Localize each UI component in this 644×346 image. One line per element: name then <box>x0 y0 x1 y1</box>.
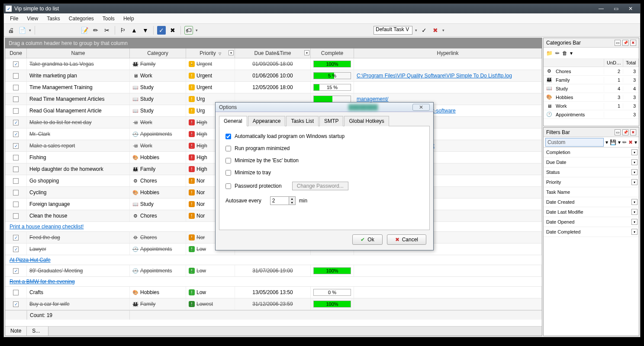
dropdown-icon[interactable]: ▾ <box>631 169 638 175</box>
panel-pin-icon[interactable]: 📌 <box>622 40 628 46</box>
category-row[interactable]: 🖥Work13 <box>544 102 639 110</box>
spin-up-icon[interactable]: ▲ <box>289 197 295 201</box>
filter-save-icon[interactable]: 💾 <box>610 139 616 145</box>
dialog-tab-global-hotkeys[interactable]: Global Hotkeys <box>344 116 389 126</box>
category-row[interactable]: ⚙Chores23 <box>544 67 639 76</box>
table-row[interactable]: ✓Buy a car for wife👪Family!Lowest31/12/2… <box>5 298 542 310</box>
done-checkbox[interactable]: ✓ <box>13 143 19 149</box>
panel-pin-icon[interactable]: 📌 <box>622 129 628 135</box>
opt-password-checkbox[interactable] <box>225 183 231 189</box>
opt-esc-checkbox[interactable] <box>225 158 231 163</box>
done-checkbox[interactable] <box>13 202 19 207</box>
cat-col-total[interactable]: Total <box>623 59 639 67</box>
filter-field[interactable]: Due Date▾ <box>544 157 639 167</box>
cat-col-undone[interactable]: UnD… <box>604 59 623 67</box>
check-icon[interactable]: ✓ <box>157 26 166 35</box>
table-row[interactable]: ✓Take grandma to Las Vegas👪Family!Urgent… <box>5 58 542 70</box>
task-link[interactable]: C:\Program Files\VIP Quality Software\VI… <box>354 70 542 81</box>
filter-clear-icon[interactable]: ✖ <box>431 26 440 35</box>
panel-close-icon[interactable]: ✖ <box>630 40 636 46</box>
done-checkbox[interactable]: ✓ <box>13 61 19 67</box>
category-row[interactable]: 🎨Hobbies33 <box>544 93 639 102</box>
dropdown-icon[interactable]: ▾ <box>631 229 638 235</box>
column-hyperlink[interactable]: Hyperlink <box>354 48 542 58</box>
done-checkbox[interactable]: ✓ <box>13 120 19 125</box>
dropdown-icon[interactable]: ▾ <box>631 159 638 165</box>
bottom-tab[interactable]: Note <box>5 327 27 336</box>
done-checkbox[interactable] <box>13 178 19 184</box>
dialog-tab-smtp[interactable]: SMTP <box>319 116 343 126</box>
done-checkbox[interactable] <box>13 96 19 102</box>
dropdown-icon[interactable]: ▾ <box>415 28 417 32</box>
print-icon[interactable]: 🖨 <box>6 26 15 35</box>
filter-dropdown-icon[interactable]: ▾ <box>229 50 234 55</box>
filter-field[interactable]: Date Opened▾ <box>544 217 639 227</box>
done-checkbox[interactable] <box>13 85 19 90</box>
spin-down-icon[interactable]: ▼ <box>289 201 295 205</box>
category-row[interactable]: 🕐Appointments3 <box>544 110 639 119</box>
opt-minimized-checkbox[interactable] <box>225 146 231 151</box>
dropdown-icon[interactable]: ▾ <box>631 219 638 225</box>
change-password-button[interactable]: Change Password... <box>292 182 348 190</box>
down-icon[interactable]: ▼ <box>141 26 150 35</box>
category-row[interactable]: 📖Study44 <box>544 84 639 93</box>
group-bar[interactable]: Drag a column header here to group by th… <box>5 38 542 48</box>
filter-field[interactable]: Date Completed▾ <box>544 227 639 237</box>
panel-restore-icon[interactable]: ▭ <box>615 40 621 46</box>
reject-icon[interactable]: ✖ <box>168 26 177 35</box>
column-done[interactable]: Done <box>5 48 27 58</box>
opt-autostart-checkbox[interactable] <box>225 134 231 139</box>
filter-field[interactable]: Priority▾ <box>544 177 639 187</box>
done-checkbox[interactable]: ✓ <box>13 301 19 307</box>
panel-close-icon[interactable]: ✖ <box>630 129 636 135</box>
column-category[interactable]: Category <box>130 48 186 58</box>
done-checkbox[interactable] <box>13 108 19 114</box>
column-complete[interactable]: Complete <box>311 48 354 58</box>
dialog-close-icon[interactable]: ✕ <box>412 104 430 111</box>
new-category-icon[interactable]: 📁 <box>546 50 553 56</box>
dropdown-icon[interactable]: ▾ <box>29 28 31 32</box>
column-priority[interactable]: Priority▽▾ <box>186 48 235 58</box>
export-icon[interactable]: 📄 <box>18 26 26 35</box>
menu-categories[interactable]: Categories <box>65 15 97 22</box>
done-checkbox[interactable]: ✓ <box>13 247 19 252</box>
menu-help[interactable]: Help <box>120 15 138 22</box>
menu-tools[interactable]: Tools <box>99 15 118 22</box>
filter-apply-icon[interactable]: ✓ <box>420 26 428 35</box>
table-row[interactable]: ✓89' Graduates' Meeting🕐Appointments!Low… <box>5 265 542 277</box>
dropdown-icon[interactable]: ▾ <box>634 139 637 145</box>
done-checkbox[interactable]: ✓ <box>13 235 19 240</box>
done-checkbox[interactable]: ✓ <box>13 268 19 274</box>
column-name[interactable]: Name <box>27 48 130 58</box>
maximize-button[interactable]: ▭ <box>611 5 621 12</box>
edit-task-icon[interactable]: ✏ <box>91 26 100 35</box>
dropdown-icon[interactable]: ▾ <box>196 28 198 32</box>
filter-field[interactable]: Date Created▾ <box>544 197 639 207</box>
menu-tasks[interactable]: Tasks <box>43 15 64 22</box>
autosave-input[interactable] <box>270 196 289 205</box>
done-checkbox[interactable] <box>13 167 19 172</box>
bottom-tab[interactable]: S... <box>27 327 48 336</box>
column-due[interactable]: Due Date&Time▾ <box>235 48 311 58</box>
dialog-tab-general[interactable]: General <box>219 116 247 126</box>
table-row[interactable]: Time Management Training📖Study!Urgent12/… <box>5 82 542 93</box>
close-button[interactable]: ✕ <box>625 5 636 12</box>
filter-delete-icon[interactable]: ✖ <box>628 139 633 145</box>
done-checkbox[interactable] <box>13 290 19 295</box>
opt-tray-checkbox[interactable] <box>225 170 231 176</box>
filter-select[interactable]: Custom <box>545 138 604 147</box>
edit-category-icon[interactable]: ✏ <box>555 50 560 56</box>
category-icon[interactable]: 🏷 <box>184 26 193 35</box>
dropdown-icon[interactable]: ▾ <box>631 149 638 155</box>
dropdown-icon[interactable]: ▾ <box>570 50 573 56</box>
filter-field[interactable]: Status▾ <box>544 167 639 177</box>
minimize-button[interactable]: — <box>596 5 606 12</box>
table-row[interactable]: Crafts🎨Hobbies!Low13/05/2006 13:500 % <box>5 287 542 298</box>
done-checkbox[interactable] <box>13 190 19 195</box>
dialog-tab-tasks-list[interactable]: Tasks List <box>286 116 319 126</box>
filter-field[interactable]: Completion▾ <box>544 147 639 157</box>
dropdown-icon[interactable]: ▾ <box>618 139 621 145</box>
group-row[interactable]: At Pizza Hut Cafe <box>5 255 542 265</box>
dropdown-icon[interactable]: ▾ <box>605 139 608 145</box>
delete-task-icon[interactable]: ✂ <box>103 26 111 35</box>
